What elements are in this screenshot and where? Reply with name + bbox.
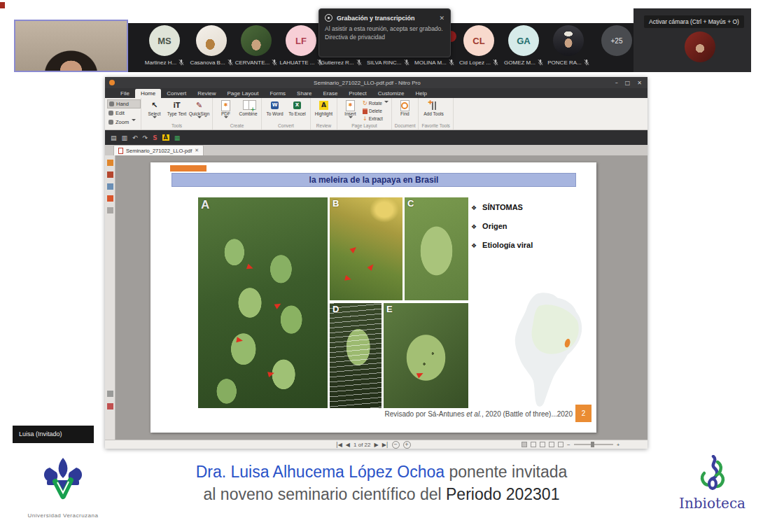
banner-line2-prefix: al noveno seminario científico del (204, 485, 446, 503)
view-facing-icon[interactable] (540, 442, 545, 447)
quicksign-button[interactable]: ✎QuickSign (189, 99, 209, 122)
menu-protect[interactable]: Protect (343, 89, 372, 98)
pdf-page[interactable]: la meleira de la papaya en Brasil A B C (150, 162, 596, 433)
participant-tile[interactable]: PONCE RA... (546, 25, 591, 66)
ribbon-group-convert: WTo Word XTo Excel Convert (262, 98, 311, 130)
attachments-panel-icon[interactable] (107, 391, 113, 397)
menu-file[interactable]: File (115, 89, 135, 98)
menu-review[interactable]: Review (192, 89, 221, 98)
slide-title: la meleira de la papaya en Brasil (172, 173, 576, 187)
close-button[interactable]: ✕ (637, 80, 642, 86)
zoom-slider-minus[interactable]: − (567, 442, 570, 448)
layers-panel-icon[interactable] (107, 207, 113, 214)
document-viewport[interactable]: la meleira de la papaya en Brasil A B C (105, 155, 648, 440)
privacy-policy-link[interactable]: Directiva de privacidad (325, 33, 444, 41)
ribbon-group-create: ✱PDF +Combine Create (213, 98, 262, 130)
self-video-tile[interactable] (14, 20, 128, 72)
first-page-button[interactable]: |◀ (336, 442, 342, 448)
bookmarks-panel-icon[interactable] (107, 172, 113, 178)
create-pdf-button[interactable]: ✱PDF (216, 99, 236, 122)
participant-name: SILVA RINC... (367, 59, 402, 66)
participant-tile[interactable]: MS Martinez H... (142, 25, 187, 66)
view-continuous-icon[interactable] (531, 442, 536, 447)
view-fullscreen-icon[interactable] (558, 442, 564, 447)
participant-tile[interactable]: Casanova B... (189, 25, 234, 66)
banner-line1-rest: ponente invitada (444, 463, 567, 481)
zoom-in-button[interactable]: + (403, 441, 411, 449)
toolbar-avatar[interactable] (685, 31, 715, 62)
menu-help[interactable]: Help (410, 89, 433, 98)
maximize-button[interactable]: □ (625, 80, 631, 86)
zoom-slider-plus[interactable]: + (617, 442, 620, 448)
output-panel-icon[interactable] (107, 403, 113, 410)
participant-name-row[interactable]: SILVA RINC... (367, 59, 410, 66)
zoom-tool-button[interactable]: Zoom (107, 118, 141, 127)
overflow-participants-tile[interactable]: +25 (594, 25, 639, 56)
pages-panel-icon[interactable] (107, 160, 113, 166)
participant-tile[interactable]: GA GOMEZ M... (501, 25, 546, 66)
signatures-panel-icon[interactable] (107, 183, 113, 190)
type-text-button[interactable]: iTType Text (167, 99, 187, 116)
participant-name: LAHUATTE ... (279, 59, 314, 66)
red-arrow-icon (246, 264, 254, 272)
red-arrow-icon (274, 301, 283, 309)
participant-name-row[interactable]: Gutierrez R... (321, 59, 362, 66)
insert-button[interactable]: ✱Insert (340, 99, 360, 122)
delete-button[interactable]: Delete (363, 107, 388, 115)
previous-page-button[interactable]: ◀ (346, 442, 350, 448)
stamp-icon[interactable]: S (153, 134, 157, 141)
mic-muted-icon (227, 59, 233, 66)
mic-muted-icon (538, 59, 543, 66)
zoom-out-button[interactable]: − (392, 441, 400, 449)
edit-tool-button[interactable]: Edit (107, 108, 141, 118)
participant-name: CERVANTE... (235, 59, 270, 66)
red-arrow-icon (267, 370, 275, 377)
participant-name: Martinez H... (145, 59, 176, 66)
redo-icon[interactable]: ↷ (143, 134, 148, 141)
highlight-quick-icon[interactable]: A (162, 134, 169, 141)
participant-name: GOMEZ M... (504, 59, 536, 66)
undo-icon[interactable]: ↶ (132, 134, 138, 141)
document-tab[interactable]: Seminario_271022_LLO-pdf ✕ (113, 145, 204, 155)
view-book-icon[interactable] (549, 442, 554, 447)
participant-tile[interactable]: LF LAHUATTE ... (279, 25, 323, 66)
screen-edge-artifact (0, 2, 5, 8)
window-titlebar[interactable]: Seminario_271022_LLO-pdf.pdf - Nitro Pro… (105, 77, 648, 88)
hand-tool-button[interactable]: Hand (107, 99, 141, 108)
view-single-icon[interactable] (522, 442, 527, 447)
mic-muted-icon (404, 59, 410, 66)
find-button[interactable]: Find (395, 99, 415, 116)
menu-erase[interactable]: Erase (317, 89, 343, 98)
image-icon[interactable]: ▦ (174, 134, 181, 141)
rotate-button[interactable]: ↻Rotate (363, 99, 388, 107)
participant-name: Gutierrez R... (321, 59, 354, 66)
minimize-button[interactable]: – (615, 80, 618, 86)
extract-button[interactable]: ↓Extract (363, 115, 388, 122)
print-icon[interactable]: ▥ (122, 134, 128, 141)
menu-convert[interactable]: Convert (161, 89, 192, 98)
nitro-logo-icon (109, 80, 115, 85)
participant-name-row[interactable]: MOLINA M... (414, 59, 454, 66)
menu-page-layout[interactable]: Page Layout (221, 89, 264, 98)
highlight-button[interactable]: AHighlight (314, 99, 334, 116)
menu-forms[interactable]: Forms (264, 89, 291, 98)
zoom-slider-handle[interactable] (591, 442, 594, 447)
participant-tile[interactable]: CL Cid Lopez ... (456, 25, 501, 66)
participant-tile[interactable]: CERVANTE... (234, 25, 279, 66)
menu-customize[interactable]: Customize (372, 89, 410, 98)
add-tools-button[interactable]: ✚Add Tools (421, 99, 445, 116)
save-icon[interactable]: ▤ (111, 134, 117, 141)
menu-home[interactable]: Home (135, 89, 161, 98)
zoom-slider[interactable] (574, 444, 613, 445)
next-page-button[interactable]: ▶ (374, 442, 378, 448)
to-excel-button[interactable]: XTo Excel (287, 99, 307, 116)
menu-share[interactable]: Share (291, 89, 317, 98)
comments-panel-icon[interactable] (107, 195, 113, 202)
combine-button[interactable]: +Combine (238, 99, 258, 116)
close-icon[interactable]: ✕ (439, 15, 444, 22)
to-word-button[interactable]: WTo Word (265, 99, 285, 116)
south-america-map (485, 291, 603, 409)
tab-close-icon[interactable]: ✕ (195, 148, 199, 153)
last-page-button[interactable]: ▶| (382, 442, 388, 448)
select-button[interactable]: ↖Select (144, 99, 164, 122)
